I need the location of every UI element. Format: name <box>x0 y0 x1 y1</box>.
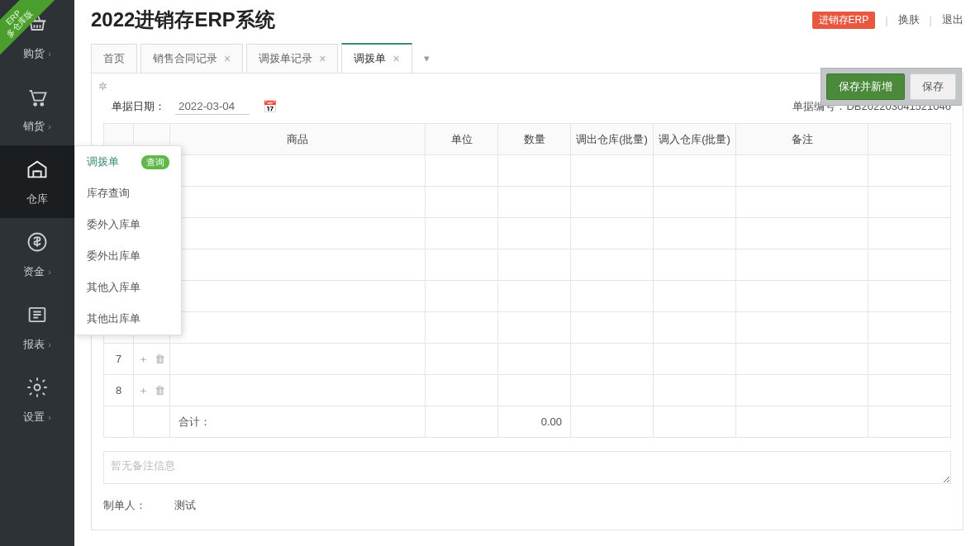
cell-out-wh[interactable] <box>571 218 654 249</box>
warehouse-icon <box>25 158 50 187</box>
tab-transfer-order[interactable]: 调拨单× <box>341 43 412 73</box>
cell-remark[interactable] <box>736 249 868 281</box>
cell-qty[interactable] <box>498 155 571 187</box>
cell-unit[interactable] <box>426 249 498 281</box>
cell-qty[interactable] <box>498 344 571 375</box>
close-icon[interactable]: × <box>392 52 399 65</box>
logout-link[interactable]: 退出 <box>942 12 963 27</box>
close-icon[interactable]: × <box>224 52 231 65</box>
change-skin-link[interactable]: 换肤 <box>898 12 920 27</box>
remarks-textarea[interactable] <box>103 451 951 484</box>
cell-in-wh[interactable] <box>654 249 736 281</box>
tab-label: 销售合同记录 <box>153 51 217 66</box>
cell-qty[interactable] <box>498 375 571 406</box>
cell-unit[interactable] <box>426 312 498 344</box>
total-row: 合计： 0.00 <box>104 406 951 438</box>
add-row-icon[interactable]: ＋ <box>138 384 149 396</box>
submenu-item-stock-query[interactable]: 库存查询 <box>75 178 181 209</box>
table-row[interactable]: 6 ＋ 🗑 <box>104 312 951 344</box>
close-icon[interactable]: × <box>319 52 326 65</box>
sidebar-item-reports[interactable]: 报表› <box>0 291 74 363</box>
total-qty: 0.00 <box>498 406 571 438</box>
cell-in-wh[interactable] <box>654 375 736 406</box>
cell-unit[interactable] <box>426 187 498 218</box>
th-out-warehouse[interactable]: 调出仓库(批量) <box>571 124 654 155</box>
cell-unit[interactable] <box>426 281 498 312</box>
cell-unit[interactable] <box>426 375 498 406</box>
erp-badge[interactable]: 进销存ERP <box>812 12 876 29</box>
panel-settings-icon[interactable]: ✲ <box>98 80 107 93</box>
delete-row-icon[interactable]: 🗑 <box>155 384 165 396</box>
sidebar-item-sales[interactable]: 销货› <box>0 73 74 145</box>
cell-in-wh[interactable] <box>654 218 736 249</box>
date-input[interactable] <box>175 98 250 115</box>
cell-product[interactable] <box>170 249 426 281</box>
save-and-new-button[interactable]: 保存并新增 <box>826 74 905 100</box>
sidebar-item-settings[interactable]: 设置› <box>0 363 74 436</box>
cell-remark[interactable] <box>736 187 868 218</box>
cell-remark[interactable] <box>736 312 868 344</box>
add-row-icon[interactable]: ＋ <box>138 353 149 365</box>
cell-out-wh[interactable] <box>571 155 654 187</box>
cell-unit[interactable] <box>426 344 498 375</box>
table-row[interactable]: 8 ＋ 🗑 <box>104 375 951 406</box>
cell-remark[interactable] <box>736 218 868 249</box>
cell-qty[interactable] <box>498 312 571 344</box>
tab-sales-contract[interactable]: 销售合同记录× <box>140 44 243 73</box>
submenu-item-transfer[interactable]: 调拨单 查询 <box>75 146 181 178</box>
cell-qty[interactable] <box>498 187 571 218</box>
table-row[interactable]: 7 ＋ 🗑 <box>104 344 951 375</box>
submenu-item-outsource-in[interactable]: 委外入库单 <box>75 209 181 240</box>
cell-out-wh[interactable] <box>571 281 654 312</box>
cell-in-wh[interactable] <box>654 281 736 312</box>
cell-product[interactable] <box>170 312 426 344</box>
query-badge[interactable]: 查询 <box>141 155 169 169</box>
cell-out-wh[interactable] <box>571 375 654 406</box>
cell-in-wh[interactable] <box>654 187 736 218</box>
tab-home[interactable]: 首页 <box>91 44 137 73</box>
cell-remark[interactable] <box>736 155 868 187</box>
cell-qty[interactable] <box>498 249 571 281</box>
cell-spacer <box>868 281 951 312</box>
save-button[interactable]: 保存 <box>910 74 956 100</box>
cell-product[interactable] <box>170 155 426 187</box>
sidebar-item-finance[interactable]: 资金› <box>0 218 74 291</box>
sidebar-item-warehouse[interactable]: 仓库 <box>0 145 74 218</box>
table-row[interactable]: 2 ＋ 🗑 <box>104 187 951 218</box>
cell-out-wh[interactable] <box>571 312 654 344</box>
cell-qty[interactable] <box>498 218 571 249</box>
submenu-item-other-out[interactable]: 其他出库单 <box>75 303 181 335</box>
cell-product[interactable] <box>170 344 426 375</box>
submenu-item-other-in[interactable]: 其他入库单 <box>75 272 181 303</box>
submenu-item-outsource-out[interactable]: 委外出库单 <box>75 240 181 272</box>
maker-value: 测试 <box>174 499 196 511</box>
th-in-warehouse[interactable]: 调入仓库(批量) <box>654 124 736 155</box>
table-row[interactable]: 3 ＋ 🗑 <box>104 218 951 249</box>
tab-add-button[interactable]: ▾ <box>416 47 438 69</box>
cell-in-wh[interactable] <box>654 312 736 344</box>
cell-remark[interactable] <box>736 375 868 406</box>
cell-product[interactable] <box>170 218 426 249</box>
row-num: 8 <box>104 375 134 406</box>
calendar-icon[interactable]: 📅 <box>263 100 277 113</box>
cell-out-wh[interactable] <box>571 344 654 375</box>
cell-qty[interactable] <box>498 281 571 312</box>
cell-product[interactable] <box>170 375 426 406</box>
table-row[interactable]: 1 ＋ 🗑 <box>104 155 951 187</box>
cell-unit[interactable] <box>426 155 498 187</box>
cell-remark[interactable] <box>736 281 868 312</box>
cell-out-wh[interactable] <box>571 187 654 218</box>
table-row[interactable]: 4 ＋ 🗑 <box>104 249 951 281</box>
cell-remark[interactable] <box>736 344 868 375</box>
tab-transfer-records[interactable]: 调拨单记录× <box>246 44 338 73</box>
cell-unit[interactable] <box>426 218 498 249</box>
table-row[interactable]: 5 ＋ 🗑 <box>104 281 951 312</box>
cell-in-wh[interactable] <box>654 344 736 375</box>
cell-out-wh[interactable] <box>571 249 654 281</box>
cell-in-wh[interactable] <box>654 155 736 187</box>
cell-product[interactable] <box>170 281 426 312</box>
transfer-table: 商品 单位 数量 调出仓库(批量) 调入仓库(批量) 备注 1 ＋ 🗑 2 ＋ … <box>103 123 951 438</box>
delete-row-icon[interactable]: 🗑 <box>155 353 165 365</box>
cell-product[interactable] <box>170 187 426 218</box>
cell-spacer <box>868 249 951 281</box>
